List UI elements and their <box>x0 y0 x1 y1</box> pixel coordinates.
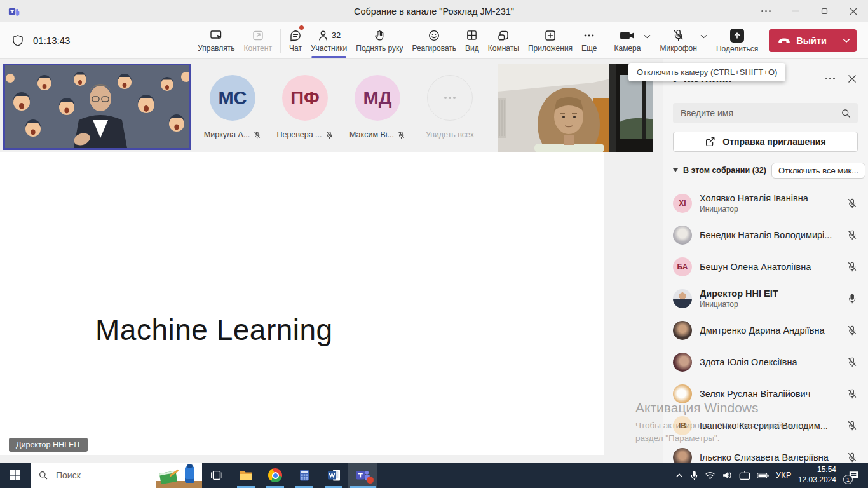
grid-view-icon <box>466 29 478 42</box>
mic-muted-icon[interactable] <box>846 420 858 431</box>
chat-button[interactable]: Чат <box>285 24 306 57</box>
participant-avatar: БА <box>673 257 692 276</box>
section-collapse-caret[interactable] <box>673 168 678 172</box>
start-button[interactable] <box>0 463 31 488</box>
hangup-icon <box>778 37 790 44</box>
avatar-row: МС Миркула А... ПФ Перевера ... МД Макси… <box>210 75 473 139</box>
apps-button[interactable]: Приложения <box>524 24 577 57</box>
manage-button[interactable]: Управлять <box>193 24 239 57</box>
section-label: В этом собрании (32) <box>683 166 766 175</box>
microphone-button[interactable]: Микрофон <box>655 24 711 57</box>
task-view-button[interactable] <box>202 463 231 488</box>
maximize-button[interactable] <box>810 0 839 22</box>
language-indicator[interactable]: УКР <box>776 471 792 480</box>
participants-button[interactable]: 32 Участники <box>306 24 351 57</box>
meeting-stage: МС Миркула А... ПФ Перевера ... МД Макси… <box>0 59 868 463</box>
search-input[interactable] <box>679 107 841 119</box>
folder-icon <box>238 469 254 482</box>
word-button[interactable] <box>319 463 348 488</box>
participant-avatar <box>673 226 692 245</box>
send-invite-button[interactable]: Отправка приглашения <box>673 132 858 152</box>
mic-muted-icon[interactable] <box>846 388 858 400</box>
share-button[interactable]: Поделиться <box>712 24 763 57</box>
participant-row[interactable]: ХІ Холявко Наталія Іванівна Инициатор <box>663 187 868 219</box>
panel-close-button[interactable] <box>848 74 857 83</box>
mic-chevron-icon[interactable] <box>700 34 707 39</box>
teams-logo-icon <box>8 6 20 17</box>
tray-mic-icon[interactable] <box>690 470 698 481</box>
mic-muted-icon[interactable] <box>846 261 858 273</box>
notification-badge: 1 <box>843 475 853 484</box>
teams-button[interactable] <box>348 463 377 488</box>
participant-row[interactable]: Зеляк Руслан Віталійович <box>663 378 868 410</box>
chrome-button[interactable] <box>261 463 290 488</box>
raise-hand-button[interactable]: Поднять руку <box>351 24 407 57</box>
teams-notification-dot <box>367 477 374 484</box>
camera-button[interactable]: Камера <box>610 24 656 57</box>
close-window-button[interactable] <box>839 0 868 22</box>
rooms-button[interactable]: Комнаты <box>484 24 524 57</box>
volume-icon[interactable] <box>722 471 733 480</box>
display-cast-icon[interactable] <box>739 471 750 480</box>
wifi-icon[interactable] <box>705 471 715 480</box>
chat-icon <box>289 29 302 42</box>
mic-muted-icon[interactable] <box>846 452 858 463</box>
taskbar-search[interactable] <box>31 463 202 488</box>
avatar-tile[interactable]: МС Миркула А... <box>210 75 255 139</box>
calculator-button[interactable] <box>290 463 319 488</box>
tray-chevron-icon[interactable] <box>675 473 684 478</box>
rooms-icon <box>497 29 510 42</box>
mic-muted-icon[interactable] <box>846 325 858 336</box>
active-speaker-video[interactable] <box>3 64 191 150</box>
send-invite-label: Отправка приглашения <box>722 137 825 147</box>
slide-title: Machine Learning <box>95 313 333 347</box>
mic-muted-icon[interactable] <box>846 229 858 241</box>
avatar-name: Миркула А... <box>204 130 250 139</box>
participant-row[interactable]: Ільєнко Єлизавета Валеріївна <box>663 442 868 463</box>
avatar-name: Максим Ві... <box>349 130 394 139</box>
participant-text: Директор ННІ ЕІТ Инициатор <box>700 288 839 309</box>
participant-list: ХІ Холявко Наталія Іванівна Инициатор Бе… <box>663 187 868 463</box>
more-button[interactable]: Еще <box>577 24 601 57</box>
participant-search[interactable] <box>673 103 858 123</box>
minimize-button[interactable] <box>780 0 810 22</box>
participant-row[interactable]: ІВ Іваненко Катерина Володим... <box>663 410 868 442</box>
mic-muted-icon <box>397 131 405 139</box>
window-more-button[interactable] <box>751 0 780 22</box>
file-explorer-button[interactable] <box>231 463 261 488</box>
mic-muted-icon[interactable] <box>846 198 858 209</box>
leave-button[interactable]: Выйти <box>769 29 857 52</box>
taskbar-search-input[interactable] <box>55 470 131 481</box>
participant-row[interactable]: Дмитренко Дарина Андріївна <box>663 315 868 346</box>
participant-name: Бенедик Наталія Володимирі... <box>700 229 839 241</box>
participant-text: Ільєнко Єлизавета Валеріївна <box>700 452 839 463</box>
mic-on-icon[interactable] <box>846 293 858 304</box>
panel-more-button[interactable] <box>825 78 835 79</box>
participant-row[interactable]: БА Бешун Олена Анатоліївна <box>663 251 868 283</box>
word-icon <box>327 468 341 482</box>
ellipsis-icon <box>583 29 595 42</box>
chat-notification-dot <box>299 25 304 30</box>
avatar-tile[interactable]: МД Максим Ві... <box>355 75 400 139</box>
view-button[interactable]: Вид <box>461 24 484 57</box>
participant-row[interactable]: Директор ННІ ЕІТ Инициатор <box>663 283 868 315</box>
participant-avatar: ІВ <box>673 416 692 435</box>
mic-muted-icon[interactable] <box>846 356 858 368</box>
react-button[interactable]: Реагировать <box>407 24 461 57</box>
battery-icon[interactable] <box>757 472 770 479</box>
participant-row[interactable]: Здота Юлія Олексіївна <box>663 346 868 378</box>
participant-row[interactable]: Бенедик Наталія Володимирі... <box>663 219 868 251</box>
mute-all-button[interactable]: Отключить все мик... <box>771 163 865 179</box>
participant-name: Дмитренко Дарина Андріївна <box>700 325 839 337</box>
share-arrow-icon <box>730 29 744 43</box>
participant-text: Зеляк Руслан Віталійович <box>700 388 839 400</box>
participant-avatar <box>673 384 692 403</box>
see-everyone-tile[interactable]: Увидеть всех <box>427 75 473 139</box>
camera-chevron-icon[interactable] <box>644 34 651 39</box>
action-center-button[interactable]: 1 <box>843 463 864 488</box>
clock[interactable]: 15:54 12.03.2024 <box>798 465 836 485</box>
tray-time: 15:54 <box>817 465 836 474</box>
leave-chevron-icon[interactable] <box>836 29 857 52</box>
avatar-tile[interactable]: ПФ Перевера ... <box>282 75 328 139</box>
system-tray: УКР 15:54 12.03.2024 1 <box>675 463 868 488</box>
